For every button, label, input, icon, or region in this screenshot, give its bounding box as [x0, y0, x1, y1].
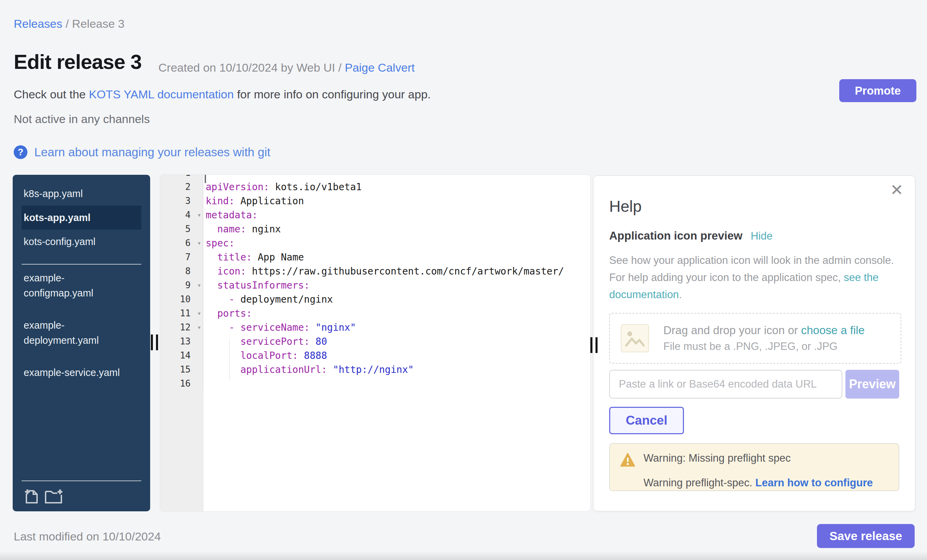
git-releases-link[interactable]: Learn about managing your releases with … — [34, 145, 271, 159]
created-text: Created on 10/10/2024 by Web UI / — [158, 61, 345, 74]
code-line[interactable]: 10 - deployment/nginx — [160, 292, 590, 307]
code-text: ports: — [203, 307, 590, 320]
intro-line: Check out the KOTS YAML documentation fo… — [14, 88, 431, 101]
code-line[interactable]: 11▾ ports: — [160, 307, 590, 320]
fold-arrow-icon[interactable]: ▾ — [197, 236, 201, 250]
line-number: 7 — [160, 250, 203, 264]
code-line[interactable]: 9▾ statusInformers: — [160, 278, 590, 292]
code-text: name: nginx — [203, 222, 590, 236]
code-text: applicationUrl: "http://nginx" — [203, 363, 590, 376]
fold-arrow-icon[interactable]: ▾ — [197, 278, 201, 292]
icon-url-input[interactable] — [609, 370, 842, 399]
sidebar-footer — [21, 481, 141, 504]
kots-docs-link[interactable]: KOTS YAML documentation — [89, 88, 234, 101]
code-text: spec: — [203, 236, 590, 250]
code-text: metadata: — [203, 208, 590, 222]
file-sidebar: k8s-app.yamlkots-app.yamlkots-config.yam… — [13, 175, 150, 511]
dropzone-text: Drag and drop your icon or — [663, 324, 801, 337]
icon-dropzone[interactable]: Drag and drop your icon or choose a file… — [609, 313, 901, 364]
sidebar-file-item[interactable]: kots-app.yaml — [21, 206, 141, 230]
code-text: apiVersion: kots.io/v1beta1 — [203, 180, 590, 194]
resize-handle-sidebar[interactable] — [151, 334, 160, 350]
code-line[interactable]: 14 localPort: 8888 — [160, 349, 590, 363]
fold-arrow-icon[interactable]: ▾ — [197, 307, 201, 320]
fold-arrow-icon[interactable]: ▾ — [197, 208, 201, 222]
image-placeholder-icon — [621, 324, 649, 352]
code-line[interactable]: 5 name: nginx — [160, 222, 590, 236]
help-desc-period: . — [679, 288, 682, 300]
code-line[interactable]: 4▾metadata: — [160, 208, 590, 222]
line-number: 9▾ — [160, 278, 203, 292]
code-text: - serviceName: "nginx" — [203, 320, 590, 334]
line-number: 3 — [160, 194, 203, 208]
code-line[interactable]: 6▾spec: — [160, 236, 590, 250]
code-line[interactable]: 7 title: App Name — [160, 250, 590, 264]
git-help-row: ? Learn about managing your releases wit… — [14, 145, 271, 159]
sidebar-file-item[interactable]: example-configmap.yaml — [21, 266, 141, 305]
created-info: Created on 10/10/2024 by Web UI / Paige … — [158, 61, 415, 74]
intro-suffix: for more info on configuring your app. — [234, 88, 431, 101]
code-line[interactable]: 15 applicationUrl: "http://nginx" — [160, 363, 590, 376]
configure-link[interactable]: Learn how to configure — [755, 477, 873, 489]
dropzone-filetypes: File must be a .PNG, .JPEG, or .JPG — [663, 340, 865, 353]
last-modified: Last modified on 10/10/2024 — [14, 530, 161, 543]
code-line[interactable]: 2apiVersion: kots.io/v1beta1 — [160, 180, 590, 194]
icon-preview-title: Application icon preview — [609, 229, 743, 242]
code-text: title: App Name — [203, 250, 590, 264]
code-line[interactable]: 12▾ - serviceName: "nginx" — [160, 320, 590, 334]
code-text: statusInformers: — [203, 278, 590, 292]
line-number: 1 — [160, 175, 203, 180]
fold-arrow-icon[interactable]: ▾ — [197, 320, 201, 334]
preview-button[interactable]: Preview — [845, 370, 899, 399]
close-icon[interactable]: ✕ — [890, 181, 903, 199]
help-panel: ✕ Help Application icon preview Hide See… — [593, 176, 915, 511]
code-line[interactable]: 8 icon: https://raw.githubusercontent.co… — [160, 264, 590, 278]
channel-status: Not active in any channels — [14, 112, 150, 126]
hide-link[interactable]: Hide — [751, 230, 773, 242]
code-line[interactable]: 3kind: Application — [160, 194, 590, 208]
bottom-shade — [0, 551, 927, 560]
line-number: 16 — [160, 376, 203, 391]
sidebar-file-item[interactable]: k8s-app.yaml — [21, 182, 141, 206]
warning-icon — [620, 453, 635, 467]
file-group-divider — [21, 264, 141, 264]
yaml-editor[interactable]: 1---2apiVersion: kots.io/v1beta13kind: A… — [160, 175, 590, 511]
code-line[interactable]: 16 — [160, 376, 590, 391]
add-folder-icon[interactable] — [45, 489, 65, 504]
code-text: localPort: 8888 — [203, 349, 590, 363]
line-number: 5 — [160, 222, 203, 236]
sidebar-file-item[interactable]: kots-config.yaml — [21, 230, 141, 253]
sidebar-file-item[interactable]: example-service.yaml — [21, 361, 141, 384]
warning-title: Warning: Missing preflight spec — [643, 452, 791, 464]
line-number: 15 — [160, 363, 203, 376]
line-number: 8 — [160, 264, 203, 278]
code-line[interactable]: 1--- — [160, 175, 590, 180]
line-number: 13 — [160, 334, 203, 349]
code-line[interactable]: 13 servicePort: 80 — [160, 334, 590, 349]
code-text: kind: Application — [203, 194, 590, 208]
breadcrumb: Releases / Release 3 — [14, 17, 125, 30]
code-text — [203, 376, 590, 391]
author-link[interactable]: Paige Calvert — [345, 61, 415, 74]
code-text: - deployment/nginx — [203, 292, 590, 307]
save-release-button[interactable]: Save release — [817, 524, 915, 548]
cancel-button[interactable]: Cancel — [609, 407, 684, 434]
choose-file-link[interactable]: choose a file — [801, 324, 865, 337]
resize-handle-help[interactable] — [590, 337, 599, 353]
line-number: 14 — [160, 349, 203, 363]
text-cursor — [205, 175, 206, 183]
promote-button[interactable]: Promote — [839, 79, 916, 102]
line-number: 4▾ — [160, 208, 203, 222]
code-text: servicePort: 80 — [203, 334, 590, 349]
help-title: Help — [609, 197, 642, 216]
code-text: icon: https://raw.githubusercontent.com/… — [203, 264, 590, 278]
preflight-warning: Warning: Missing preflight spec Warning … — [609, 443, 899, 491]
add-file-icon[interactable] — [24, 489, 38, 504]
indent-guide — [229, 339, 230, 380]
file-list: k8s-app.yamlkots-app.yamlkots-config.yam… — [13, 175, 150, 384]
line-number: 10 — [160, 292, 203, 307]
sidebar-file-item[interactable]: example-deployment.yaml — [21, 313, 141, 352]
breadcrumb-releases-link[interactable]: Releases — [14, 17, 62, 30]
question-icon: ? — [14, 145, 27, 159]
sidebar-footer-divider — [21, 481, 141, 481]
